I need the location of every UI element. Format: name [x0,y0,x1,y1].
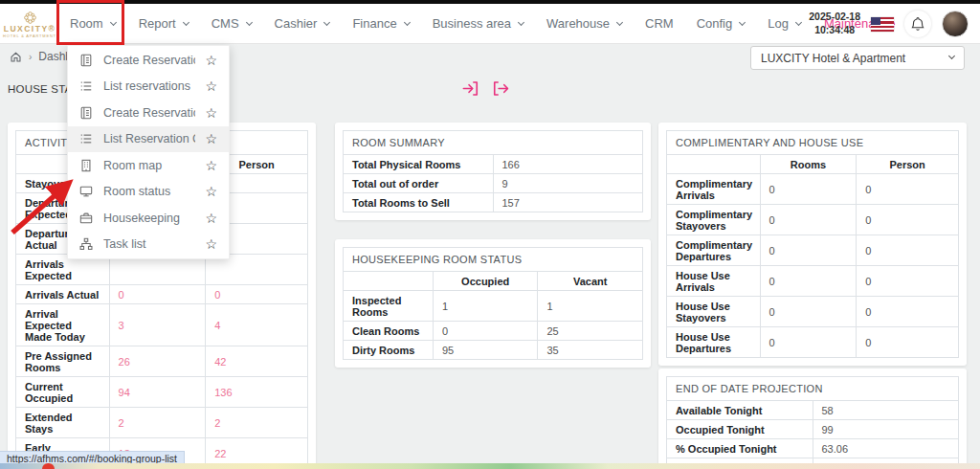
row-label: House Use Arrivals [667,266,761,297]
chevron-down-icon [246,18,253,25]
cell-rooms: 0 [109,285,206,304]
cell-person: 0 [857,266,959,297]
cell-rooms: 3 [109,304,206,346]
table-row: Total out of order9 [344,174,643,193]
menu-item-label: List Reservation Group [103,132,195,145]
cell-occupied: 95 [433,341,538,360]
row-label: Extended Stays [16,408,110,438]
nav-item-finance[interactable]: Finance [342,11,419,36]
table-row: Complimentary Stayovers00 [667,205,959,235]
row-label: Total Physical Rooms [344,155,494,174]
main-nav: RoomReportCMSCashierFinanceBusiness area… [59,11,905,36]
table-row: Complimentary Departures00 [667,235,959,266]
menu-item-create-reservation[interactable]: Create Reservation☆ [68,47,229,74]
chevron-down-icon [795,18,802,25]
chevron-down-icon [948,53,955,59]
user-avatar[interactable] [942,11,969,37]
cell-person: 0 [857,235,959,266]
col-header-blank [344,272,434,291]
menu-item-list-reservation-group[interactable]: List Reservation Group☆ [68,126,229,153]
cell-value: 58 [813,401,959,420]
nav-item-cashier[interactable]: Cashier [264,11,341,36]
menu-item-list-reservations[interactable]: List reservations☆ [68,74,229,100]
table-row: House Use Arrivals00 [667,266,959,297]
star-icon[interactable]: ☆ [205,212,217,225]
row-label: Available Tonight [667,401,813,420]
table-row: House Use Stayovers00 [667,297,959,327]
chevron-down-icon [739,18,746,25]
monitor-icon [79,185,94,198]
housekeeping-column-header-row: Occupied Vacant [344,272,643,291]
cell-person: 42 [206,346,308,377]
list-icon [79,132,94,145]
menu-item-label: Room map [103,159,195,172]
brand-ornament-icon [0,11,59,24]
cell-person: 136 [206,377,308,408]
cell-person: 0 [857,327,959,358]
bell-icon [910,16,925,32]
row-label: Total Rooms to Sell [344,193,494,212]
menu-item-create-reservation-group[interactable]: Create Reservation Group☆ [68,100,229,126]
cell-occupied: 0 [433,322,538,341]
brand-logo[interactable]: LUXCITY® HOTEL & APARTMENT [0,9,59,38]
room-dropdown-menu: Create Reservation☆List reservations☆Cre… [67,45,230,259]
complimentary-table-body: Complimentary Arrivals00Complimentary St… [667,174,959,358]
table-row: Arrival Expected Made Today34 [16,304,308,346]
topbar-right-cluster: 2025-02-18 10:34:48 [809,4,969,44]
nav-item-label: Config [697,16,733,31]
row-label: Complimentary Arrivals [667,174,761,205]
menu-item-task-list[interactable]: Task list☆ [68,232,229,258]
nav-item-config[interactable]: Config [686,11,756,36]
nav-item-warehouse[interactable]: Warehouse [536,11,633,36]
star-icon[interactable]: ☆ [205,159,217,172]
table-row: House Use Departures00 [667,327,959,358]
nav-item-label: CRM [645,16,674,31]
nav-item-report[interactable]: Report [128,11,199,36]
room-summary-card: ROOM SUMMARY Total Physical Rooms166Tota… [335,123,651,220]
cell-value: 63.06 [813,439,959,458]
date-text: 2025-02-18 [809,11,860,24]
cell-rooms: 0 [760,205,857,235]
chevron-down-icon [183,18,189,25]
nav-item-room[interactable]: Room [59,11,126,36]
row-label: % Occupied Tonight [667,439,813,458]
star-icon[interactable]: ☆ [205,106,217,120]
bottom-red-dot [42,463,55,469]
table-row: Extended Stays22 [16,408,308,438]
building-icon [79,159,94,172]
star-icon[interactable]: ☆ [205,54,217,67]
us-flag-icon[interactable] [871,17,894,32]
star-icon[interactable]: ☆ [205,132,217,145]
row-label: Arrivals Actual [16,285,110,304]
check-in-icon[interactable] [461,79,479,98]
cell-person: 0 [857,205,959,235]
cell-rooms: 0 [760,327,857,358]
notifications-button[interactable] [904,11,931,37]
menu-item-room-map[interactable]: Room map☆ [68,152,229,179]
nav-item-cms[interactable]: CMS [201,11,262,36]
cell-value: 9 [493,174,643,193]
star-icon[interactable]: ☆ [205,79,217,93]
menu-item-room-status[interactable]: Room status☆ [68,179,229,206]
brand-tagline: HOTEL & APARTMENT [0,34,59,38]
nav-item-label: Report [139,16,176,31]
nav-item-label: Room [70,16,103,31]
page: { "colors": { "accent": "#e83e8c", "valu… [0,0,980,469]
menu-item-label: Housekeeping [103,212,195,225]
check-out-icon[interactable] [492,79,510,98]
chevron-down-icon [110,18,117,25]
journal-icon [79,106,94,120]
table-row: Complimentary Arrivals00 [667,174,959,205]
nav-item-log[interactable]: Log [757,11,812,36]
property-select[interactable]: LUXCITY Hotel & Apartment [750,46,965,70]
col-header-vacant: Vacant [538,272,643,291]
star-icon[interactable]: ☆ [205,237,217,251]
nav-item-business-area[interactable]: Business area [422,11,534,36]
home-icon[interactable] [10,51,22,63]
star-icon[interactable]: ☆ [205,185,217,198]
nav-item-label: CMS [212,16,239,31]
menu-item-housekeeping[interactable]: Housekeeping☆ [68,205,229,232]
cell-vacant: 1 [538,291,643,322]
nav-item-crm[interactable]: CRM [635,11,684,36]
end-of-date-table-body: Available Tonight58Occupied Tonight99% O… [667,401,959,469]
